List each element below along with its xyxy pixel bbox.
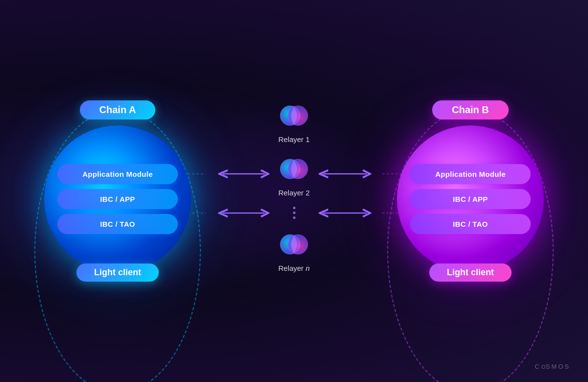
relayer-column: Relayer 1 [245,100,343,282]
chain-a-ibc-tao: IBC / TAO [57,214,178,234]
cosmos-ring [541,365,545,369]
relayer-n-icon [278,229,310,260]
relayer-n-label: Relayer n [278,264,310,272]
relayer-2-icon [278,153,310,185]
dots-separator [293,207,295,219]
chain-a-label: Chain A [80,100,156,119]
main-diagram: Chain A Application Module IBC / APP IBC… [29,29,559,353]
chain-b-app-module: Application Module [410,164,531,184]
relayer-n-item: Relayer n [278,229,310,282]
relayer-1-label: Relayer 1 [278,135,310,143]
chain-a-ibc-app: IBC / APP [57,189,178,209]
relayer-1-icon [278,100,310,131]
chain-a-wrapper: Chain A Application Module IBC / APP IBC… [29,100,206,282]
relayer-n-italic: n [306,264,310,272]
chain-a-app-module: Application Module [57,164,178,184]
chain-a-light-client: Light client [76,263,159,282]
chain-b-module-list: Application Module IBC / APP IBC / TAO [410,164,531,234]
chain-b-ibc-app: IBC / APP [410,189,531,209]
chain-a-module-list: Application Module IBC / APP IBC / TAO [57,164,178,234]
relayer-2-label: Relayer 2 [278,189,310,197]
chain-b-ibc-tao: IBC / TAO [410,214,531,234]
relayer-2-item: Relayer 2 [278,153,310,207]
relayer-1-item: Relayer 1 [278,100,310,153]
chain-a-circle: Application Module IBC / APP IBC / TAO [44,125,191,272]
dot-2 [293,212,295,214]
cosmos-branding: CSMOS [535,363,570,370]
dot-3 [293,216,295,219]
chain-b-wrapper: Chain B Application Module IBC / APP IBC… [382,100,559,282]
chain-b-light-client: Light client [429,263,512,282]
chain-b-circle: Application Module IBC / APP IBC / TAO [397,125,544,272]
dot-1 [293,207,295,209]
chain-b-label: Chain B [432,100,509,119]
